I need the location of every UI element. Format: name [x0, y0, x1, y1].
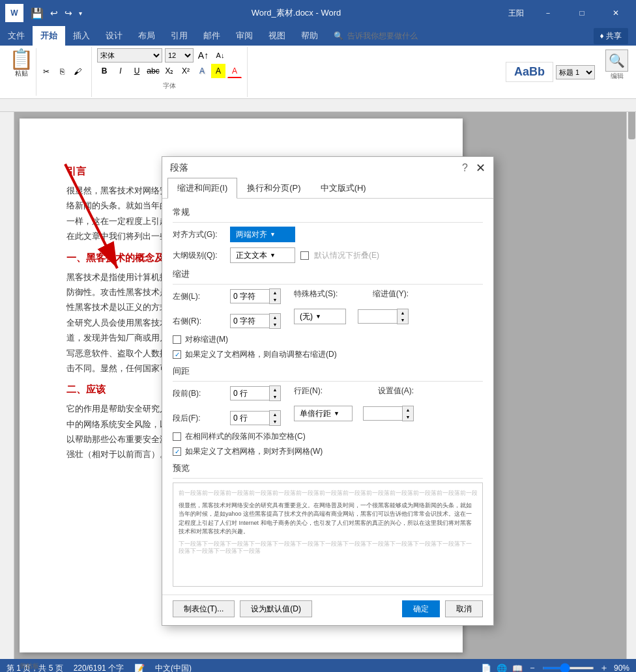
tab-references[interactable]: 引用	[163, 26, 195, 46]
right-indent-input[interactable]	[230, 314, 269, 328]
alignment-select[interactable]: 两端对齐 ▼	[230, 227, 295, 242]
decrease-font-icon[interactable]: A↓	[213, 48, 227, 63]
bold-button[interactable]: B	[97, 64, 111, 78]
auto-adjust-checkbox[interactable]	[173, 350, 181, 359]
increase-font-icon[interactable]: A↑	[196, 48, 210, 63]
quick-save-icon[interactable]: 💾	[29, 7, 46, 20]
title-bar-right: 王阳 － □ ✕	[508, 0, 631, 26]
tab-insert[interactable]: 插入	[65, 26, 98, 46]
indent-value-down[interactable]: ▼	[398, 316, 408, 324]
right-indent-up[interactable]: ▲	[270, 314, 280, 321]
styles-select[interactable]: 标题 1	[556, 65, 595, 79]
superscript-button[interactable]: X²	[179, 64, 193, 78]
tab-line-page-break[interactable]: 换行和分页(P)	[237, 178, 310, 199]
zoom-level[interactable]: 90%	[614, 664, 629, 672]
heading1-style[interactable]: AaBb	[506, 62, 553, 82]
user-name: 王阳	[508, 8, 524, 19]
tab-chinese-style[interactable]: 中文版式(H)	[311, 178, 376, 199]
tab-indent-spacing[interactable]: 缩进和间距(I)	[167, 178, 237, 199]
before-spinbox-btns: ▲ ▼	[269, 385, 281, 401]
search-input[interactable]	[347, 31, 478, 40]
zoom-minus-icon[interactable]: －	[528, 662, 537, 672]
after-down[interactable]: ▼	[270, 418, 280, 425]
zoom-slider[interactable]	[542, 667, 594, 669]
title-bar-left: W 💾 ↩ ↪ ▾	[5, 4, 84, 22]
spell-check-icon: 📝	[134, 664, 145, 673]
tab-mailings[interactable]: 邮件	[195, 26, 228, 46]
tab-help[interactable]: 帮助	[293, 26, 326, 46]
set-value-down[interactable]: ▼	[403, 413, 413, 421]
layout-print-icon[interactable]: 📄	[481, 664, 491, 673]
before-label: 段前(B):	[173, 388, 225, 399]
tab-review[interactable]: 审阅	[228, 26, 261, 46]
special-format-select[interactable]: (无) ▼	[294, 309, 346, 324]
strikethrough-button[interactable]: abc	[146, 64, 160, 78]
tab-view[interactable]: 视图	[261, 26, 293, 46]
styles-controls: 标题 1	[556, 65, 595, 79]
alignment-label: 对齐方式(G):	[173, 229, 225, 240]
scrollbar-vertical[interactable]	[626, 99, 636, 659]
quick-access-dropdown-icon[interactable]: ▾	[77, 10, 84, 17]
after-up[interactable]: ▲	[270, 411, 280, 418]
outline-select[interactable]: 正文文本 ▼	[230, 247, 295, 263]
ok-button[interactable]: 确定	[402, 600, 440, 617]
minimize-btn[interactable]: －	[533, 0, 563, 26]
copy-icon[interactable]: ⎘	[55, 65, 69, 78]
set-value-up[interactable]: ▲	[403, 406, 413, 413]
font-name-select[interactable]: 宋体	[97, 48, 162, 63]
before-input[interactable]	[230, 386, 269, 400]
cut-icon[interactable]: ✂	[39, 65, 53, 78]
symmetric-checkbox[interactable]	[173, 335, 181, 344]
tab-design[interactable]: 设计	[98, 26, 130, 46]
underline-button[interactable]: U	[130, 64, 144, 78]
maximize-btn[interactable]: □	[567, 0, 597, 26]
highlight-button[interactable]: A	[211, 64, 225, 78]
tab-stops-button[interactable]: 制表位(T)...	[173, 600, 235, 617]
no-space-checkbox[interactable]	[173, 432, 181, 441]
layout-web-icon[interactable]: 🌐	[497, 664, 507, 673]
general-section-label: 常规	[173, 206, 483, 218]
close-btn[interactable]: ✕	[601, 0, 631, 26]
special-value-row: (无) ▼ ▲ ▼	[294, 309, 409, 324]
edit-label: 编辑	[611, 72, 624, 81]
indent-value-input[interactable]	[358, 309, 397, 324]
left-indent-down[interactable]: ▼	[270, 296, 280, 303]
auto-adjust-label: 如果定义了文档网格，则自动调整右缩进(D)	[185, 349, 337, 360]
tab-file[interactable]: 文件	[0, 26, 33, 46]
clipboard-group: 📋 粘贴 ✂ ⎘ 🖌 剪贴板	[3, 47, 92, 97]
collapse-checkbox[interactable]	[300, 251, 309, 260]
dialog-close-button[interactable]: ✕	[476, 162, 485, 174]
zoom-plus-icon[interactable]: ＋	[600, 662, 609, 672]
search-edit-icon[interactable]: 🔍	[605, 49, 628, 72]
share-button[interactable]: ♦ 共享	[594, 28, 628, 44]
after-input[interactable]	[230, 411, 269, 425]
font-size-select[interactable]: 12	[165, 48, 194, 63]
left-indent-up[interactable]: ▲	[270, 289, 280, 296]
before-up[interactable]: ▲	[270, 386, 280, 393]
line-spacing-label: 行距(N):	[294, 385, 323, 397]
right-indent-down[interactable]: ▼	[270, 321, 280, 328]
right-indent-spinbox: ▲ ▼	[230, 313, 281, 329]
font-color-button[interactable]: A	[227, 64, 242, 78]
set-value-input[interactable]	[363, 406, 402, 421]
tab-home[interactable]: 开始	[33, 26, 65, 46]
before-down[interactable]: ▼	[270, 393, 280, 400]
italic-button[interactable]: I	[113, 64, 128, 78]
line-spacing-select[interactable]: 单倍行距 ▼	[294, 406, 353, 421]
cancel-button[interactable]: 取消	[445, 600, 483, 617]
redo-icon[interactable]: ↪	[63, 8, 74, 18]
dialog-help-button[interactable]: ?	[462, 162, 468, 174]
grid-align-checkbox[interactable]	[173, 447, 181, 456]
text-effect-button[interactable]: A	[195, 64, 209, 78]
layout-read-icon[interactable]: 📖	[512, 664, 523, 673]
set-default-button[interactable]: 设为默认值(D)	[240, 600, 312, 617]
tab-layout[interactable]: 布局	[130, 26, 163, 46]
indent-value-up[interactable]: ▲	[398, 309, 408, 316]
left-indent-input[interactable]	[230, 289, 269, 303]
no-space-row: 在相同样式的段落间不添加空格(C)	[173, 431, 483, 442]
undo-icon[interactable]: ↩	[48, 8, 60, 18]
subscript-button[interactable]: X₂	[162, 64, 177, 78]
set-value-label: 设置值(A):	[378, 385, 414, 397]
paste-button[interactable]: 📋 粘贴	[7, 48, 36, 96]
format-painter-icon[interactable]: 🖌	[70, 65, 85, 78]
